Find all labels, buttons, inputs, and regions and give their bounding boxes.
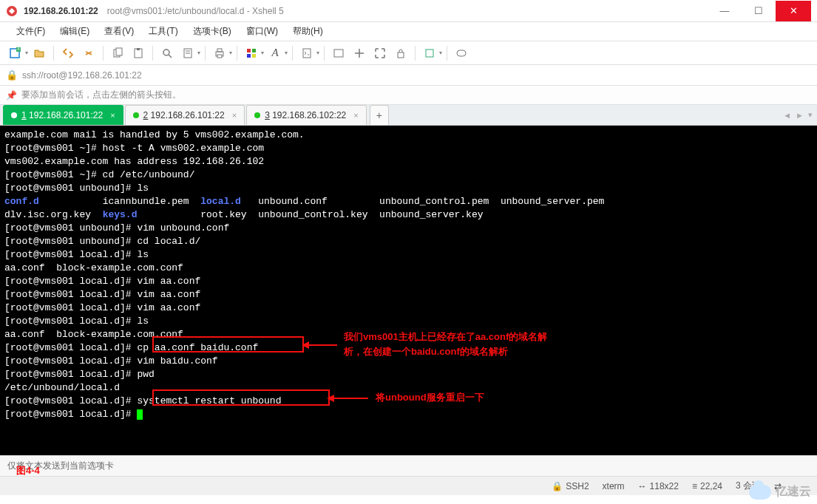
tab-strip: 1 192.168.26.101:22 × 2 192.168.26.101:2…: [0, 105, 817, 126]
lock-icon[interactable]: [391, 44, 410, 63]
session-tab-1[interactable]: 1 192.168.26.101:22 ×: [3, 105, 123, 125]
annotation-text-1: 我们vms001主机上已经存在了aa.conf的域名解 析，在创建一个baidu…: [344, 330, 595, 359]
status-dot-icon: [133, 112, 139, 118]
svg-rect-14: [217, 49, 222, 52]
send-bar: 仅将文本发送到当前选项卡: [0, 455, 817, 476]
status-dot-icon: [11, 112, 17, 118]
app-icon: [6, 5, 18, 17]
open-session-icon[interactable]: [30, 44, 49, 63]
watermark: 亿速云: [749, 484, 811, 500]
svg-rect-15: [217, 55, 222, 58]
proto-lock-icon: 🔒: [552, 481, 563, 491]
tab-close-icon[interactable]: ×: [232, 111, 237, 120]
annotation-arrow-1: [308, 344, 337, 346]
status-bar: 🔒SSH2 xterm ↔118x22 ≡22,24 3 会话 ⇄: [0, 476, 817, 495]
tab-nav-right-icon[interactable]: ►: [796, 111, 804, 120]
svg-rect-16: [247, 49, 251, 52]
svg-rect-23: [426, 50, 433, 57]
svg-rect-5: [116, 48, 122, 55]
add-tab-button[interactable]: +: [370, 105, 389, 125]
status-term: xterm: [603, 481, 625, 491]
tab-nav-down-icon[interactable]: ▾: [808, 110, 813, 120]
svg-line-9: [169, 55, 172, 58]
svg-rect-7: [137, 48, 140, 50]
tunneling-icon[interactable]: [350, 44, 369, 63]
status-dot-icon: [254, 112, 260, 118]
svg-point-8: [163, 50, 169, 55]
maximize-button[interactable]: ☐: [742, 1, 776, 21]
status-size: ↔118x22: [638, 481, 679, 491]
session-tab-2[interactable]: 2 192.168.26.101:22 ×: [125, 105, 245, 125]
window-title-sub: root@vms001:/etc/unbound/local.d - Xshel…: [107, 6, 284, 16]
window-controls: — ☐ ✕: [708, 1, 811, 21]
session-tab-3[interactable]: 3 192.168.26.102:22 ×: [246, 105, 367, 125]
close-button[interactable]: ✕: [776, 1, 811, 21]
menu-bar: 文件(F) 编辑(E) 查看(V) 工具(T) 选项卡(B) 窗口(W) 帮助(…: [0, 22, 817, 41]
watermark-text: 亿速云: [776, 484, 811, 500]
figure-label: 图4-4: [16, 464, 40, 477]
terminal-pane[interactable]: example.com mail is handled by 5 vms002.…: [0, 126, 817, 455]
paste-icon[interactable]: [129, 44, 148, 63]
pin-icon[interactable]: 📌: [6, 90, 17, 101]
svg-text:+: +: [17, 47, 20, 52]
svg-rect-24: [457, 50, 466, 56]
svg-rect-21: [334, 50, 343, 57]
dropdown-arrow-icon[interactable]: ▾: [25, 50, 28, 56]
new-file-transfer-icon[interactable]: [420, 44, 439, 63]
menu-file[interactable]: 文件(F): [9, 25, 52, 38]
menu-view[interactable]: 查看(V): [97, 25, 141, 38]
terminal-output[interactable]: example.com mail is handled by 5 vms002.…: [0, 126, 817, 455]
pos-icon: ≡: [692, 481, 697, 491]
script-icon[interactable]: [297, 44, 316, 63]
address-url[interactable]: ssh://root@192.168.26.101:22: [22, 70, 142, 81]
protocol-lock-icon: 🔒: [6, 69, 18, 81]
info-message: 要添加当前会话，点击左侧的箭头按钮。: [21, 89, 181, 101]
svg-rect-20: [303, 49, 311, 58]
svg-rect-17: [252, 49, 256, 52]
menu-help[interactable]: 帮助(H): [285, 25, 330, 38]
menu-edit[interactable]: 编辑(E): [52, 25, 97, 38]
svg-rect-18: [247, 54, 251, 58]
window-title-main: 192.168.26.101:22: [24, 6, 98, 16]
reconnect-icon[interactable]: [58, 44, 78, 63]
menu-tabs[interactable]: 选项卡(B): [186, 25, 239, 38]
address-bar: 🔒 ssh://root@192.168.26.101:22: [0, 65, 817, 86]
color-scheme-icon[interactable]: [242, 44, 261, 63]
menu-tools[interactable]: 工具(T): [141, 25, 185, 38]
size-icon: ↔: [638, 481, 647, 491]
status-protocol: 🔒SSH2: [552, 481, 589, 491]
info-bar: 📌 要添加当前会话，点击左侧的箭头按钮。: [0, 86, 817, 105]
print-icon[interactable]: [210, 44, 229, 63]
font-icon[interactable]: A: [265, 44, 285, 63]
svg-rect-22: [398, 52, 404, 58]
tab-nav-left-icon[interactable]: ◄: [783, 111, 791, 120]
title-bar: 192.168.26.101:22 root@vms001:/etc/unbou…: [0, 0, 817, 22]
menu-window[interactable]: 窗口(W): [239, 25, 285, 38]
new-session-icon[interactable]: +: [6, 44, 25, 63]
status-position: ≡22,24: [692, 481, 722, 491]
disconnect-icon[interactable]: [79, 44, 98, 63]
fullscreen-icon[interactable]: [370, 44, 390, 63]
properties-icon[interactable]: [178, 44, 197, 63]
copy-icon[interactable]: [108, 44, 127, 63]
svg-rect-19: [252, 54, 256, 58]
tab-close-icon[interactable]: ×: [110, 111, 115, 120]
minimize-button[interactable]: —: [708, 1, 742, 21]
annotation-text-2: 将unbound服务重启一下: [376, 390, 484, 405]
help-icon[interactable]: [452, 44, 471, 63]
toolbar: + ▾ ▾ ▾ ▾ A ▾ ▾ ▾: [0, 41, 817, 65]
annotation-arrow-2: [333, 398, 368, 399]
tab-close-icon[interactable]: ×: [353, 111, 358, 120]
find-icon[interactable]: [157, 44, 177, 63]
cloud-icon: [749, 485, 771, 500]
compose-icon[interactable]: [329, 44, 348, 63]
